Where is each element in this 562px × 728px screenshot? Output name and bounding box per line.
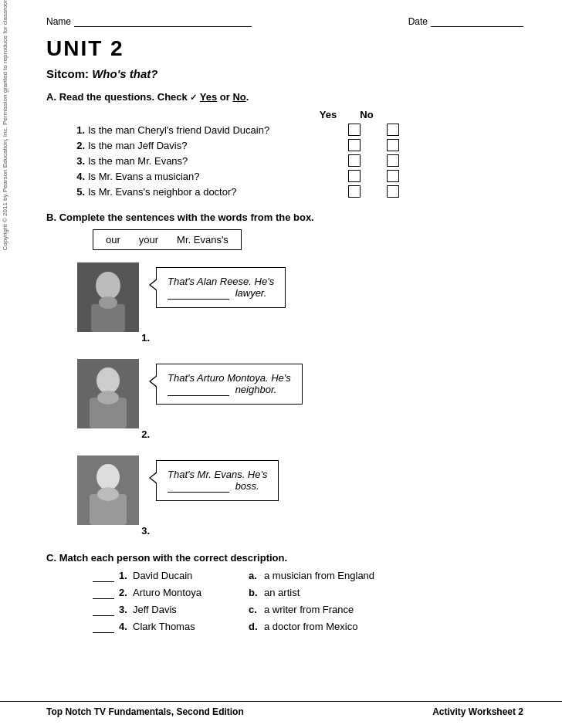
- match-person-name: Clark Thomas: [133, 621, 249, 632]
- section-c-letter: C.: [46, 552, 56, 564]
- name-underline: [74, 15, 252, 27]
- sitcom-prefix: Sitcom:: [46, 67, 89, 80]
- yes-checkbox-cell: [335, 170, 374, 182]
- item-number: 3.: [134, 525, 150, 538]
- match-description: an artist: [264, 587, 523, 598]
- match-answer-blank: [93, 570, 114, 582]
- no-checkbox-cell: [374, 185, 412, 198]
- image-sentence-block: 2. That's Arturo Montoya. He's neighbor.: [77, 359, 523, 442]
- match-description: a doctor from Mexico: [264, 621, 523, 632]
- yes-no-header: Yes No: [309, 109, 523, 120]
- yes-checkbox[interactable]: [348, 124, 361, 136]
- section-c-label: C. Match each person with the correct de…: [46, 552, 523, 564]
- section-c-instruction: Match each person with the correct descr…: [59, 552, 287, 564]
- match-answer-blank: [93, 621, 114, 633]
- q-text: Is Mr. Evans a musician?: [88, 171, 335, 182]
- question-row: 1. Is the man Cheryl's friend David Duca…: [69, 124, 523, 136]
- word-box-item: Mr. Evans's: [177, 234, 229, 245]
- image-sentence-block: 1. That's Alan Reese. He's lawyer.: [77, 262, 523, 345]
- section-c: C. Match each person with the correct de…: [46, 552, 523, 633]
- checkbox-group: [335, 139, 412, 151]
- section-b-instruction: Complete the sentences with the words fr…: [59, 212, 314, 223]
- match-row: 3. Jeff Davis c. a writer from France: [93, 604, 523, 616]
- match-num: 4.: [119, 621, 133, 632]
- sidebar-copyright: Copyright © 2011 by Pearson Education, I…: [2, 0, 8, 251]
- speech-after: neighbor.: [235, 384, 277, 395]
- match-answer-blank: [93, 604, 114, 616]
- word-box-item: your: [139, 234, 158, 245]
- word-box-item: our: [106, 234, 120, 245]
- no-col-header: No: [347, 109, 386, 120]
- no-checkbox[interactable]: [387, 124, 399, 136]
- match-row: 2. Arturo Montoya b. an artist: [93, 587, 523, 599]
- fill-blank: [168, 384, 229, 396]
- match-letter: a.: [249, 570, 264, 581]
- match-row: 4. Clark Thomas d. a doctor from Mexico: [93, 621, 523, 633]
- question-row: 3. Is the man Mr. Evans?: [69, 154, 523, 167]
- speech-text: That's Alan Reese. He's: [168, 276, 274, 287]
- yes-checkbox-cell: [335, 185, 374, 198]
- yes-checkbox-cell: [335, 139, 374, 151]
- q-num: 5.: [69, 186, 85, 198]
- match-answer-blank: [93, 587, 114, 599]
- section-b-label: B. Complete the sentences with the words…: [46, 212, 523, 223]
- speech-bubble: That's Alan Reese. He's lawyer.: [156, 267, 286, 308]
- check-symbol: ✓: [190, 93, 197, 102]
- yes-checkbox[interactable]: [348, 139, 361, 151]
- q-text: Is the man Mr. Evans?: [88, 155, 335, 167]
- item-number: 1.: [134, 332, 150, 345]
- yes-col-header: Yes: [309, 109, 347, 120]
- yes-checkbox-cell: [335, 154, 374, 167]
- q-num: 2.: [69, 140, 85, 151]
- match-description: a musician from England: [264, 570, 523, 581]
- section-b: B. Complete the sentences with the words…: [46, 212, 523, 538]
- no-checkbox[interactable]: [387, 139, 399, 151]
- q-num: 3.: [69, 155, 85, 167]
- image-sentence-block: 3. That's Mr. Evans. He's boss.: [77, 455, 523, 538]
- checkbox-group: [335, 185, 412, 198]
- section-a-instruction: Read the questions. Check: [59, 91, 188, 103]
- sitcom-subtitle: Sitcom: Who's that?: [46, 67, 523, 80]
- yes-checkbox[interactable]: [348, 185, 361, 198]
- person-image: [77, 455, 139, 525]
- no-checkbox-cell: [374, 139, 412, 151]
- section-b-letter: B.: [46, 212, 56, 223]
- yes-checkbox[interactable]: [348, 170, 361, 182]
- question-row: 4. Is Mr. Evans a musician?: [69, 170, 523, 182]
- item-number: 2.: [134, 428, 150, 442]
- svg-point-5: [96, 367, 120, 394]
- speech-after: lawyer.: [235, 287, 267, 299]
- section-a-letter: A.: [46, 91, 56, 103]
- match-row: 1. David Ducain a. a musician from Engla…: [93, 570, 523, 582]
- match-num: 3.: [119, 604, 133, 615]
- match-table: 1. David Ducain a. a musician from Engla…: [93, 570, 523, 633]
- person-image: [77, 262, 139, 332]
- no-checkbox[interactable]: [387, 185, 399, 198]
- date-field: Date: [408, 15, 523, 27]
- no-checkbox-cell: [374, 124, 412, 136]
- name-label: Name: [46, 16, 71, 27]
- section-a-label: A. Read the questions. Check ✓ Yes or No…: [46, 91, 523, 103]
- yes-checkbox-cell: [335, 124, 374, 136]
- no-checkbox[interactable]: [387, 170, 399, 182]
- sentence-items: 1. That's Alan Reese. He's lawyer. 2. Th…: [46, 262, 523, 538]
- speech-text: That's Mr. Evans. He's: [168, 469, 267, 480]
- person-image: [77, 359, 139, 428]
- match-person-name: Arturo Montoya: [133, 587, 249, 598]
- match-description: a writer from France: [264, 604, 523, 615]
- svg-point-7: [97, 391, 119, 405]
- q-text: Is Mr. Evans's neighbor a doctor?: [88, 186, 335, 198]
- section-a: A. Read the questions. Check ✓ Yes or No…: [46, 91, 523, 198]
- fill-blank: [168, 287, 229, 300]
- speech-bubble: That's Arturo Montoya. He's neighbor.: [156, 364, 303, 405]
- questions-table: 1. Is the man Cheryl's friend David Duca…: [69, 124, 523, 198]
- speech-bubble: That's Mr. Evans. He's boss.: [156, 460, 279, 501]
- q-num: 1.: [69, 124, 85, 136]
- no-checkbox-cell: [374, 154, 412, 167]
- yes-checkbox[interactable]: [348, 154, 361, 167]
- q-text: Is the man Jeff Davis?: [88, 140, 335, 151]
- no-checkbox[interactable]: [387, 154, 399, 167]
- footer-right: Activity Worksheet 2: [432, 706, 523, 717]
- date-label: Date: [408, 16, 428, 27]
- match-person-name: Jeff Davis: [133, 604, 249, 615]
